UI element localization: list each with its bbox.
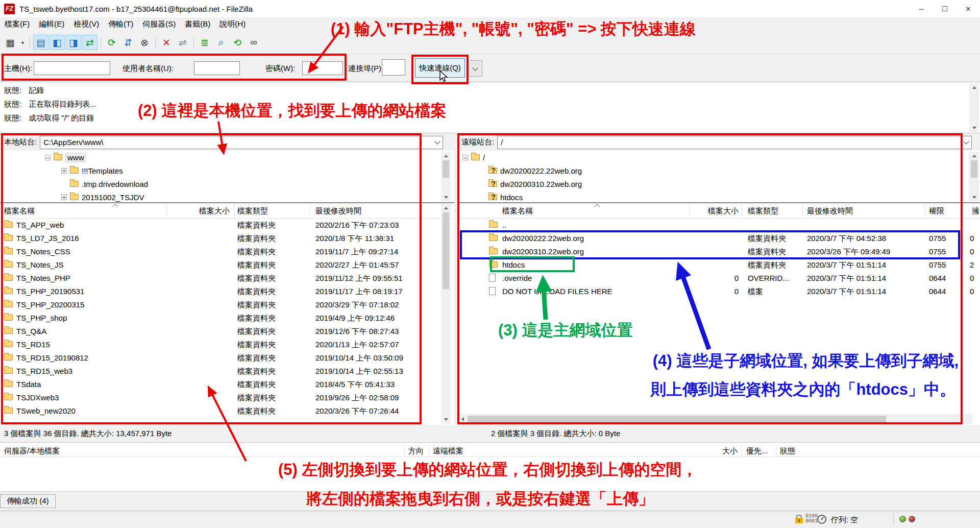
local-status-text: 3 個檔案與 36 個目錄. 總共大小: 13,457,971 Byte [4, 427, 172, 440]
annotation-5-line1: (5) 左側切換到要上傳的網站位置，右側切換到上傳的空間， [278, 459, 698, 481]
file-owner: 0 [970, 247, 977, 256]
log-label: 狀態: [4, 100, 21, 109]
queue-col-status[interactable]: 狀態 [780, 446, 795, 456]
refresh-filters-icon[interactable]: ⟲ [230, 35, 245, 50]
toolbar-separator[interactable] [155, 36, 156, 49]
refresh-icon[interactable]: ⟳ [104, 35, 119, 50]
annotation-3: (3) 這是主網域位置 [498, 320, 633, 341]
annotation-1: (1) 輸入"FTP主機", "帳號", "密碼" => 按下快速連線 [331, 18, 696, 40]
menu-server[interactable]: 伺服器(S) [138, 18, 180, 31]
menu-help[interactable]: 說明(H) [215, 18, 250, 31]
annotation-box-quickconnect [411, 55, 469, 84]
chevron-down-icon [472, 65, 478, 70]
local-tree-scrollbar[interactable] [441, 152, 451, 202]
speed-limit-icon[interactable] [817, 515, 826, 524]
annotation-4-line2: 則上傳到這些資料夾之內的「htdocs」中。 [650, 379, 955, 400]
file-owner: 0 [970, 234, 977, 243]
scroll-down-icon [972, 127, 976, 129]
toggle-message-log-icon[interactable]: ▤ [33, 35, 48, 50]
menu-view[interactable]: 檢視(V) [69, 18, 104, 31]
toggle-transfer-queue-icon[interactable]: ⇄ [82, 35, 97, 50]
annotation-box-credentials [2, 54, 347, 81]
annotation-box-local-pane [1, 133, 422, 424]
file-owner: 0 [970, 287, 977, 296]
quickconnect-dropdown-button[interactable] [468, 60, 482, 77]
menu-bookmarks[interactable]: 書籤(B) [180, 18, 215, 31]
scroll-down-icon [972, 196, 976, 199]
toolbar-separator[interactable] [30, 36, 30, 49]
annotation-5-line2: 將左側的檔案拖曳到右側，或是按右鍵選「上傳」 [306, 488, 654, 510]
window-title: TS_tsweb.byethost17.com - b17_25304461@f… [19, 5, 910, 13]
scroll-up-icon [972, 86, 976, 89]
scroll-up-icon [444, 207, 448, 209]
queue-col-direction[interactable]: 方向 [408, 446, 424, 456]
chevron-down-icon [435, 138, 440, 144]
reconnect-icon[interactable]: ⇌ [175, 35, 190, 50]
queue-col-remote-file[interactable]: 遠端檔案 [433, 446, 463, 456]
annotation-box-subdomains [460, 230, 960, 259]
log-text: 正在取得目錄列表... [29, 100, 96, 109]
connection-error-indicator [909, 516, 915, 522]
find-files-icon[interactable]: ∞ [246, 35, 261, 50]
scroll-down-icon [444, 196, 448, 199]
menu-file[interactable]: 檔案(F) [0, 18, 34, 31]
binary-mode-icon: 01000001 [805, 514, 818, 524]
filezilla-window: FZ TS_tsweb.byethost17.com - b17_2530446… [0, 0, 980, 528]
toggle-local-tree-icon[interactable]: ◧ [50, 35, 65, 50]
remote-tree-scrollbar[interactable] [969, 152, 979, 202]
maximize-button[interactable]: ☐ [933, 0, 957, 17]
annotation-4-line1: (4) 這些是子網域位置, 如果要上傳到子網域, [653, 350, 959, 372]
queue-status-text: 佇列: 空 [831, 515, 858, 525]
synchronized-browsing-icon[interactable]: ⌕ [213, 35, 229, 50]
port-label: 連接埠(P): [348, 64, 383, 74]
cancel-transfer-icon[interactable]: ⊗ [137, 35, 152, 50]
log-label: 狀態: [4, 113, 21, 123]
log-text: 記錄 [29, 86, 44, 95]
lock-icon [795, 518, 803, 523]
connection-ok-indicator [899, 516, 906, 522]
annotation-box-htdocs [490, 256, 575, 272]
menu-edit[interactable]: 編輯(E) [34, 18, 69, 31]
log-line: 狀態: 記錄 [4, 84, 980, 98]
menu-transfer[interactable]: 傳輸(T) [104, 18, 138, 31]
toolbar-separator[interactable] [193, 36, 194, 49]
port-input[interactable] [382, 59, 405, 76]
remote-status-text: 2 個檔案與 3 個目錄. 總共大小: 0 Byte [491, 427, 620, 440]
scroll-down-icon [444, 418, 448, 421]
scroll-up-icon [972, 155, 976, 157]
file-owner: 0 [970, 274, 977, 282]
app-icon: FZ [4, 4, 15, 14]
toggle-remote-tree-icon[interactable]: ◨ [66, 35, 81, 50]
column-header-owner[interactable]: 擁 [972, 206, 979, 216]
local-list-scrollbar[interactable] [441, 204, 451, 424]
toolbar-separator[interactable] [101, 36, 101, 49]
statusbar-separator [893, 513, 894, 525]
annotation-2: (2) 這裡是本機位置，找到要上傳的網站檔案 [138, 100, 447, 122]
chevron-down-icon [964, 138, 969, 144]
log-scrollbar[interactable] [969, 83, 979, 132]
queue-col-server-local[interactable]: 伺服器/本地檔案 [4, 446, 60, 456]
process-queue-icon[interactable]: ⇵ [120, 35, 136, 50]
site-manager-icon[interactable]: ▦ [3, 35, 18, 50]
window-controls: ─☐✕ [910, 0, 980, 17]
disconnect-icon[interactable]: ✕ [159, 35, 174, 50]
log-label: 狀態: [4, 86, 21, 95]
tab-successful-transfers[interactable]: 傳輸成功 (4) [0, 494, 56, 508]
scroll-up-icon [444, 155, 448, 157]
file-owner: 2 [970, 260, 977, 269]
queue-col-priority[interactable]: 優先... [746, 446, 768, 456]
site-manager-dropdown-icon[interactable]: ▾ [19, 35, 27, 50]
log-text: 成功取得 "/" 的目錄 [29, 113, 94, 123]
directory-compare-icon[interactable]: ≣ [197, 35, 212, 50]
minimize-button[interactable]: ─ [910, 0, 933, 17]
close-button[interactable]: ✕ [957, 0, 980, 17]
title-bar: FZ TS_tsweb.byethost17.com - b17_2530446… [0, 0, 980, 17]
queue-col-size[interactable]: 大小 [679, 446, 738, 456]
